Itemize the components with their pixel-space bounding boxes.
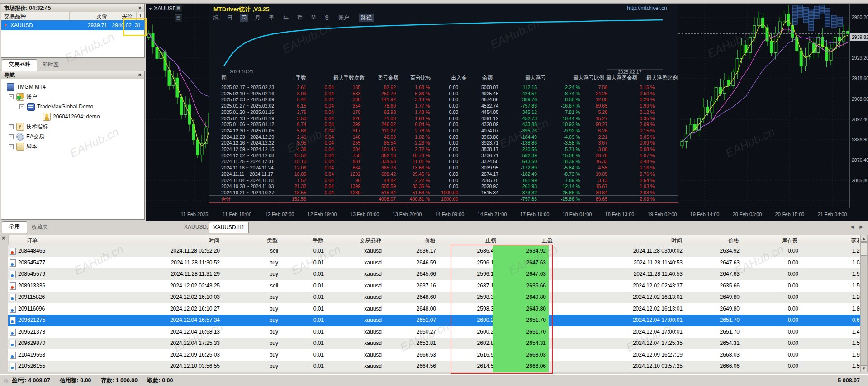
stats-header: 周手数最大手数次数盈亏金额百分比%出入金余额最大浮亏最大浮亏比例最大浮盈金额最大… xyxy=(209,75,678,81)
stats-cell: -389.76 xyxy=(521,96,537,103)
scroll-thumb[interactable] xyxy=(861,242,867,256)
order-close-time: 2024.12.02 16:13:01 xyxy=(633,303,683,315)
tab-scroll-right-icon[interactable]: ► xyxy=(859,222,864,232)
stats-cell: 533 xyxy=(352,90,360,97)
order-row-209629870[interactable]: 2096298702024.12.04 17:25:33buy0.01xauus… xyxy=(8,338,860,349)
order-symbol: xauusd xyxy=(364,280,382,292)
stats-cell: 90.27 xyxy=(596,121,607,127)
orders-col-header[interactable]: 价格 xyxy=(425,235,436,246)
stats-cell: 1.57 xyxy=(297,177,306,184)
stats-cell: 4391.12 xyxy=(481,115,498,122)
buy-order-icon xyxy=(10,340,16,347)
nav-item-0[interactable]: TMGM MT4 xyxy=(1,82,144,92)
stats-row: 2024.12.30 ~ 2025.01.055.660.04317110.27… xyxy=(209,127,678,134)
orders-col-header[interactable]: 库存费 xyxy=(782,235,798,246)
orders-col-header[interactable]: 手数 xyxy=(313,235,323,246)
stats-cell: 2.23 % xyxy=(415,140,430,146)
scroll-down-icon[interactable]: ▼ xyxy=(861,365,867,372)
time-label: 13 Feb 08:00 xyxy=(350,212,379,217)
orders-col-header[interactable]: 类型 xyxy=(267,235,278,246)
time-label: 19 Feb 02:00 xyxy=(648,212,677,217)
overlay-title: MTDriver统计 ,V3.25 xyxy=(213,5,270,14)
order-type: buy xyxy=(270,315,278,326)
column-bid[interactable]: 卖价 xyxy=(96,12,107,20)
stats-cell: 13.68 % xyxy=(412,165,430,171)
stats-cell: -3.58 % xyxy=(564,140,580,146)
navigator-title-bar: 导航 × xyxy=(1,71,144,79)
chart-window[interactable]: ▼ XAUUSD,H ▣ ▤ MTDriver统计 ,V3.25 http://… xyxy=(146,4,868,221)
stats-row: 2024.11.18 ~ 2024.11.2412.060.04864365.7… xyxy=(209,165,678,171)
toolbar-strip xyxy=(0,0,868,4)
order-open-price: 2648.00 xyxy=(417,303,436,315)
nav-item-label: TMGM MT4 xyxy=(17,84,46,90)
order-open-time: 2024.12.04 17:25:33 xyxy=(170,338,220,349)
stats-cell: 0.00 xyxy=(449,158,458,165)
order-row-209621275[interactable]: 2096212752024.12.04 16:57:34buy0.01xauus… xyxy=(8,315,860,326)
expand-icon[interactable]: + xyxy=(9,124,14,129)
orders-col-header[interactable]: 时间 xyxy=(209,235,219,246)
stats-col-header: 最大手数次数 xyxy=(333,75,365,81)
nav-item-6[interactable]: +脚本 xyxy=(1,141,144,151)
order-row-210419553[interactable]: 2104195532024.12.09 16:25:03buy0.01xauus… xyxy=(8,349,860,361)
orders-col-header[interactable]: 价格 xyxy=(728,235,739,246)
nav-item-3[interactable]: 2060412694: demo xyxy=(1,112,144,122)
orders-scrollbar[interactable]: ▲ ▼ xyxy=(860,235,868,372)
order-lots: 0.01 xyxy=(313,349,324,361)
stats-cell: 0.00 xyxy=(449,152,458,159)
chart-tool-icon[interactable]: ▤ xyxy=(175,14,182,22)
tab-tick-chart[interactable]: 即时图 xyxy=(43,60,59,70)
stats-cell: 0.00 xyxy=(449,134,458,140)
stats-cell: -16.67 % xyxy=(561,103,580,109)
stats-cell: 1289 xyxy=(350,189,360,196)
order-lots: 0.01 xyxy=(313,268,324,280)
close-icon[interactable]: × xyxy=(2,235,5,241)
stats-cell: 170 xyxy=(352,109,360,115)
order-id: 209116096 xyxy=(18,303,45,315)
orders-col-header[interactable]: 订单 xyxy=(27,235,38,246)
tab-scroll-left-icon[interactable]: ◄ xyxy=(849,222,855,232)
order-row-209116096[interactable]: 2091160962024.12.02 16:10:27buy0.01xauus… xyxy=(8,303,860,315)
nav-item-1[interactable]: -账户 xyxy=(1,92,144,102)
chevron-down-icon[interactable]: ▼ xyxy=(148,7,152,11)
order-row-208913336[interactable]: 2089133362024.12.02 02:43:25sell0.01xauu… xyxy=(8,280,860,292)
close-icon[interactable]: × xyxy=(137,4,143,12)
order-type: buy xyxy=(270,268,278,280)
order-symbol: xauusd xyxy=(364,257,382,269)
orders-rows: 2084484652024.11.28 02:52:20sell0.01xauu… xyxy=(8,245,860,372)
stats-cell: 18.55 xyxy=(294,189,306,196)
order-lots: 0.01 xyxy=(313,315,324,326)
expand-icon[interactable]: + xyxy=(9,134,14,139)
stats-cell: -8.73 % xyxy=(564,171,580,177)
status-profit: 盈/亏: 4 008.07 xyxy=(12,377,50,384)
chart-tab-active[interactable]: XAUUSD,H1 xyxy=(209,222,249,233)
chart-restore-icon[interactable]: ▣ xyxy=(175,5,182,12)
tab-favorites[interactable]: 收藏夹 xyxy=(32,222,48,232)
order-row-209115826[interactable]: 2091158262024.12.02 16:10:03buy0.01xauus… xyxy=(8,292,860,303)
scroll-up-icon[interactable]: ▲ xyxy=(861,235,867,242)
stats-row: 2024.10.28 ~ 2024.11.0321.320.041399505.… xyxy=(209,183,678,189)
close-icon[interactable]: × xyxy=(137,71,143,79)
column-symbol[interactable]: 交易品种 xyxy=(4,12,26,20)
overlay-url-link[interactable]: http://mtdriver.cn xyxy=(627,5,667,11)
nav-item-4[interactable]: +技术指标 xyxy=(1,122,144,132)
tab-common[interactable]: 常用 xyxy=(2,221,27,233)
collapse-icon[interactable]: - xyxy=(9,94,14,99)
order-row-208545477[interactable]: 2085454772024.11.28 11:30:52buy0.01xauus… xyxy=(8,257,860,269)
stats-cell: 3.50 xyxy=(297,115,306,122)
collapse-icon[interactable]: - xyxy=(19,104,24,109)
order-row-208545579[interactable]: 2085455792024.11.28 11:31:29buy0.01xauus… xyxy=(8,268,860,280)
expand-icon[interactable]: + xyxy=(9,144,14,149)
order-row-209621378[interactable]: 2096213782024.12.04 16:58:13buy0.01xauus… xyxy=(8,326,860,338)
nav-item-5[interactable]: +EA交易 xyxy=(1,132,144,141)
stats-cell: 5.66 xyxy=(297,127,306,134)
nav-item-2[interactable]: -TradeMaxGlobal-Demo xyxy=(1,102,144,112)
orders-col-header[interactable]: 时间 xyxy=(671,235,682,246)
order-row-210526155[interactable]: 2105261552024.12.10 03:56:55buy0.01xauus… xyxy=(8,361,860,372)
stats-cell: -184.49 xyxy=(521,134,537,140)
buy-order-icon xyxy=(10,259,16,267)
orders-col-header[interactable]: 交易品种 xyxy=(360,235,381,246)
order-row-208448465[interactable]: 2084484652024.11.28 02:52:20sell0.01xauu… xyxy=(8,245,860,257)
stats-cell: 11.01 % xyxy=(413,158,430,165)
order-open-price: 2651.07 xyxy=(417,315,436,326)
tab-symbols[interactable]: 交易品种 xyxy=(2,59,37,71)
